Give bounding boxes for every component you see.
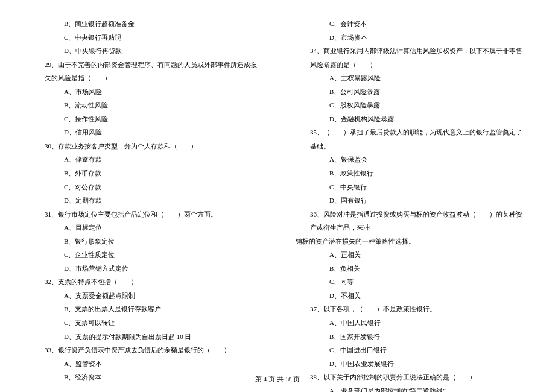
option: A、正相关 — [296, 248, 525, 262]
question-35: 35、（ ）承担了最后贷款人的职能，为现代意义上的银行监管奠定了基础。 — [296, 125, 525, 153]
option: B、支票的出票人是银行存款客户 — [30, 302, 259, 316]
option: A、监管资本 — [30, 357, 259, 371]
option: C、中国进出口银行 — [296, 343, 525, 357]
option: C、操作性风险 — [30, 112, 259, 126]
option: D、中央银行再贷款 — [30, 44, 259, 58]
option: C、中央银行 — [296, 180, 525, 194]
option: D、市场资本 — [296, 31, 525, 45]
page-footer: 第 4 页 共 18 页 — [0, 375, 555, 384]
option: C、对公存款 — [30, 180, 259, 194]
option: D、金融机构风险暴露 — [296, 112, 525, 126]
option: B、银行形象定位 — [30, 235, 259, 248]
option: D、支票的提示付款期限为自出票日起 10 日 — [30, 330, 259, 344]
question-34: 34、商业银行采用内部评级法计算信用风险加权资产，以下不属于非零售风险暴露的是（… — [296, 44, 525, 71]
option: D、国有银行 — [296, 194, 525, 207]
question-31: 31、银行市场定位主要包括产品定位和（ ）两个方面。 — [30, 207, 259, 221]
option: A、储蓄存款 — [30, 153, 259, 166]
option: B、公司风险暴露 — [296, 85, 525, 99]
question-33: 33、银行资产负债表中资产减去负债后的余额是银行的（ ） — [30, 343, 259, 357]
option: D、市场营销方式定位 — [30, 262, 259, 276]
option: A、支票受金额起点限制 — [30, 289, 259, 303]
option: C、股权风险暴露 — [296, 98, 525, 112]
option: D、信用风险 — [30, 125, 259, 139]
page-content: B、商业银行超额准备金 C、中央银行再贴现 D、中央银行再贷款 29、由于不完善… — [0, 0, 555, 392]
question-30: 30、存款业务按客户类型，分为个人存款和（ ） — [30, 139, 259, 153]
left-column: B、商业银行超额准备金 C、中央银行再贴现 D、中央银行再贷款 29、由于不完善… — [30, 17, 259, 392]
option: A、银保监会 — [296, 153, 525, 166]
question-36-line1: 36、风险对冲是指通过投资或购买与标的资产收益波动（ ）的某种资产或衍生产品，来… — [296, 207, 525, 235]
option: D、不相关 — [296, 289, 525, 303]
question-32: 32、支票的特点不包括（ ） — [30, 275, 259, 289]
option: A、业务部门是内部控制的"第二道防线" — [296, 384, 525, 392]
question-29: 29、由于不完善的内部资金管理程序、有问题的人员或外部事件所造成损失的风险是指（… — [30, 58, 259, 85]
option: A、中国人民银行 — [296, 316, 525, 330]
question-37: 37、以下各项，（ ）不是政策性银行。 — [296, 302, 525, 316]
option: B、政策性银行 — [296, 166, 525, 180]
option: B、流动性风险 — [30, 98, 259, 112]
option: A、主权暴露风险 — [296, 71, 525, 85]
question-36-line2: 销标的资产潜在损失的一种策略性选择。 — [296, 235, 525, 248]
option: B、国家开发银行 — [296, 330, 525, 344]
option: C、支票可以转让 — [30, 316, 259, 330]
option: D、中国农业发展银行 — [296, 357, 525, 371]
right-column: C、会计资本 D、市场资本 34、商业银行采用内部评级法计算信用风险加权资产，以… — [296, 17, 525, 392]
option: C、中央银行再贴现 — [30, 31, 259, 45]
option: B、负相关 — [296, 262, 525, 276]
option: C、同等 — [296, 275, 525, 289]
option: B、商业银行超额准备金 — [30, 17, 259, 31]
option: B、外币存款 — [30, 166, 259, 180]
option: D、定期存款 — [30, 194, 259, 207]
option: A、目标定位 — [30, 221, 259, 235]
option: C、会计资本 — [296, 17, 525, 31]
option: C、企业性质定位 — [30, 248, 259, 262]
option: A、市场风险 — [30, 85, 259, 99]
